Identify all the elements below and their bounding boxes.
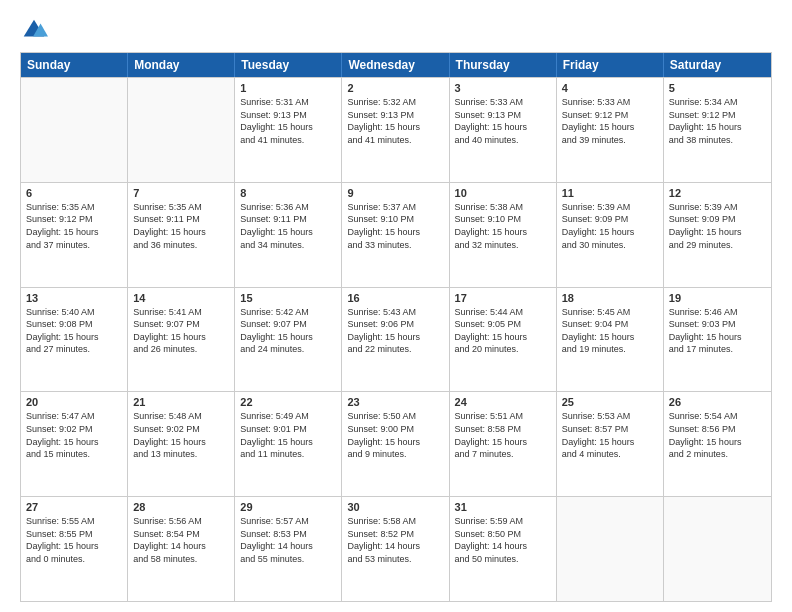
day-cell-7: 7Sunrise: 5:35 AM Sunset: 9:11 PM Daylig… <box>128 183 235 287</box>
day-cell-23: 23Sunrise: 5:50 AM Sunset: 9:00 PM Dayli… <box>342 392 449 496</box>
week-row-4: 20Sunrise: 5:47 AM Sunset: 9:02 PM Dayli… <box>21 391 771 496</box>
day-number: 24 <box>455 396 551 408</box>
day-info: Sunrise: 5:54 AM Sunset: 8:56 PM Dayligh… <box>669 410 766 460</box>
day-cell-8: 8Sunrise: 5:36 AM Sunset: 9:11 PM Daylig… <box>235 183 342 287</box>
day-number: 14 <box>133 292 229 304</box>
day-cell-11: 11Sunrise: 5:39 AM Sunset: 9:09 PM Dayli… <box>557 183 664 287</box>
day-info: Sunrise: 5:56 AM Sunset: 8:54 PM Dayligh… <box>133 515 229 565</box>
day-cell-9: 9Sunrise: 5:37 AM Sunset: 9:10 PM Daylig… <box>342 183 449 287</box>
day-info: Sunrise: 5:58 AM Sunset: 8:52 PM Dayligh… <box>347 515 443 565</box>
day-info: Sunrise: 5:53 AM Sunset: 8:57 PM Dayligh… <box>562 410 658 460</box>
day-number: 9 <box>347 187 443 199</box>
day-cell-30: 30Sunrise: 5:58 AM Sunset: 8:52 PM Dayli… <box>342 497 449 601</box>
day-number: 5 <box>669 82 766 94</box>
header-cell-sunday: Sunday <box>21 53 128 77</box>
header-cell-monday: Monday <box>128 53 235 77</box>
day-info: Sunrise: 5:39 AM Sunset: 9:09 PM Dayligh… <box>669 201 766 251</box>
calendar: SundayMondayTuesdayWednesdayThursdayFrid… <box>20 52 772 602</box>
day-number: 29 <box>240 501 336 513</box>
day-number: 23 <box>347 396 443 408</box>
logo-icon <box>20 16 48 44</box>
day-number: 12 <box>669 187 766 199</box>
day-cell-2: 2Sunrise: 5:32 AM Sunset: 9:13 PM Daylig… <box>342 78 449 182</box>
day-cell-24: 24Sunrise: 5:51 AM Sunset: 8:58 PM Dayli… <box>450 392 557 496</box>
day-cell-13: 13Sunrise: 5:40 AM Sunset: 9:08 PM Dayli… <box>21 288 128 392</box>
day-info: Sunrise: 5:51 AM Sunset: 8:58 PM Dayligh… <box>455 410 551 460</box>
day-number: 31 <box>455 501 551 513</box>
day-cell-31: 31Sunrise: 5:59 AM Sunset: 8:50 PM Dayli… <box>450 497 557 601</box>
day-info: Sunrise: 5:45 AM Sunset: 9:04 PM Dayligh… <box>562 306 658 356</box>
day-cell-empty-4-6 <box>664 497 771 601</box>
day-info: Sunrise: 5:49 AM Sunset: 9:01 PM Dayligh… <box>240 410 336 460</box>
day-info: Sunrise: 5:41 AM Sunset: 9:07 PM Dayligh… <box>133 306 229 356</box>
day-info: Sunrise: 5:35 AM Sunset: 9:11 PM Dayligh… <box>133 201 229 251</box>
day-info: Sunrise: 5:59 AM Sunset: 8:50 PM Dayligh… <box>455 515 551 565</box>
header-cell-thursday: Thursday <box>450 53 557 77</box>
week-row-1: 1Sunrise: 5:31 AM Sunset: 9:13 PM Daylig… <box>21 77 771 182</box>
day-info: Sunrise: 5:31 AM Sunset: 9:13 PM Dayligh… <box>240 96 336 146</box>
day-number: 3 <box>455 82 551 94</box>
calendar-header-row: SundayMondayTuesdayWednesdayThursdayFrid… <box>21 53 771 77</box>
week-row-3: 13Sunrise: 5:40 AM Sunset: 9:08 PM Dayli… <box>21 287 771 392</box>
day-number: 21 <box>133 396 229 408</box>
day-number: 17 <box>455 292 551 304</box>
day-number: 19 <box>669 292 766 304</box>
day-cell-14: 14Sunrise: 5:41 AM Sunset: 9:07 PM Dayli… <box>128 288 235 392</box>
day-number: 30 <box>347 501 443 513</box>
day-cell-17: 17Sunrise: 5:44 AM Sunset: 9:05 PM Dayli… <box>450 288 557 392</box>
day-cell-21: 21Sunrise: 5:48 AM Sunset: 9:02 PM Dayli… <box>128 392 235 496</box>
day-cell-26: 26Sunrise: 5:54 AM Sunset: 8:56 PM Dayli… <box>664 392 771 496</box>
day-number: 4 <box>562 82 658 94</box>
day-cell-16: 16Sunrise: 5:43 AM Sunset: 9:06 PM Dayli… <box>342 288 449 392</box>
day-number: 11 <box>562 187 658 199</box>
header <box>20 16 772 44</box>
day-cell-1: 1Sunrise: 5:31 AM Sunset: 9:13 PM Daylig… <box>235 78 342 182</box>
header-cell-saturday: Saturday <box>664 53 771 77</box>
day-info: Sunrise: 5:32 AM Sunset: 9:13 PM Dayligh… <box>347 96 443 146</box>
day-number: 6 <box>26 187 122 199</box>
header-cell-tuesday: Tuesday <box>235 53 342 77</box>
day-info: Sunrise: 5:33 AM Sunset: 9:13 PM Dayligh… <box>455 96 551 146</box>
day-number: 15 <box>240 292 336 304</box>
day-info: Sunrise: 5:39 AM Sunset: 9:09 PM Dayligh… <box>562 201 658 251</box>
day-cell-15: 15Sunrise: 5:42 AM Sunset: 9:07 PM Dayli… <box>235 288 342 392</box>
day-number: 13 <box>26 292 122 304</box>
day-cell-3: 3Sunrise: 5:33 AM Sunset: 9:13 PM Daylig… <box>450 78 557 182</box>
day-info: Sunrise: 5:36 AM Sunset: 9:11 PM Dayligh… <box>240 201 336 251</box>
header-cell-friday: Friday <box>557 53 664 77</box>
day-number: 10 <box>455 187 551 199</box>
day-number: 1 <box>240 82 336 94</box>
day-info: Sunrise: 5:55 AM Sunset: 8:55 PM Dayligh… <box>26 515 122 565</box>
day-cell-29: 29Sunrise: 5:57 AM Sunset: 8:53 PM Dayli… <box>235 497 342 601</box>
day-cell-28: 28Sunrise: 5:56 AM Sunset: 8:54 PM Dayli… <box>128 497 235 601</box>
day-number: 7 <box>133 187 229 199</box>
day-cell-4: 4Sunrise: 5:33 AM Sunset: 9:12 PM Daylig… <box>557 78 664 182</box>
day-cell-25: 25Sunrise: 5:53 AM Sunset: 8:57 PM Dayli… <box>557 392 664 496</box>
day-cell-19: 19Sunrise: 5:46 AM Sunset: 9:03 PM Dayli… <box>664 288 771 392</box>
day-cell-empty-4-5 <box>557 497 664 601</box>
day-cell-6: 6Sunrise: 5:35 AM Sunset: 9:12 PM Daylig… <box>21 183 128 287</box>
day-info: Sunrise: 5:50 AM Sunset: 9:00 PM Dayligh… <box>347 410 443 460</box>
day-info: Sunrise: 5:42 AM Sunset: 9:07 PM Dayligh… <box>240 306 336 356</box>
day-info: Sunrise: 5:57 AM Sunset: 8:53 PM Dayligh… <box>240 515 336 565</box>
day-number: 16 <box>347 292 443 304</box>
day-number: 22 <box>240 396 336 408</box>
day-cell-empty-0-1 <box>128 78 235 182</box>
day-number: 28 <box>133 501 229 513</box>
page: SundayMondayTuesdayWednesdayThursdayFrid… <box>0 0 792 612</box>
day-info: Sunrise: 5:37 AM Sunset: 9:10 PM Dayligh… <box>347 201 443 251</box>
day-info: Sunrise: 5:44 AM Sunset: 9:05 PM Dayligh… <box>455 306 551 356</box>
day-info: Sunrise: 5:46 AM Sunset: 9:03 PM Dayligh… <box>669 306 766 356</box>
day-number: 20 <box>26 396 122 408</box>
day-cell-empty-0-0 <box>21 78 128 182</box>
day-info: Sunrise: 5:40 AM Sunset: 9:08 PM Dayligh… <box>26 306 122 356</box>
day-number: 8 <box>240 187 336 199</box>
day-cell-18: 18Sunrise: 5:45 AM Sunset: 9:04 PM Dayli… <box>557 288 664 392</box>
day-cell-27: 27Sunrise: 5:55 AM Sunset: 8:55 PM Dayli… <box>21 497 128 601</box>
day-info: Sunrise: 5:33 AM Sunset: 9:12 PM Dayligh… <box>562 96 658 146</box>
day-info: Sunrise: 5:35 AM Sunset: 9:12 PM Dayligh… <box>26 201 122 251</box>
week-row-2: 6Sunrise: 5:35 AM Sunset: 9:12 PM Daylig… <box>21 182 771 287</box>
day-cell-10: 10Sunrise: 5:38 AM Sunset: 9:10 PM Dayli… <box>450 183 557 287</box>
day-number: 18 <box>562 292 658 304</box>
day-cell-5: 5Sunrise: 5:34 AM Sunset: 9:12 PM Daylig… <box>664 78 771 182</box>
